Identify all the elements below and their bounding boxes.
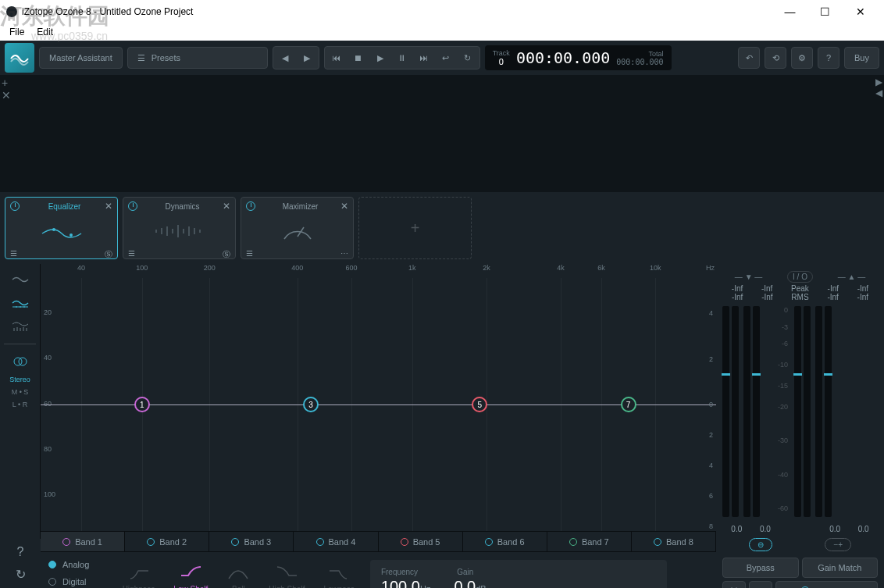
eq-node-1[interactable]: 1	[134, 397, 150, 412]
list-icon[interactable]: ☰	[128, 249, 135, 260]
freq-label: 2k	[483, 264, 490, 272]
add-marker[interactable]: +	[2, 77, 11, 89]
stereo-label: Stereo	[9, 376, 30, 383]
power-icon[interactable]	[246, 201, 255, 211]
menu-edit[interactable]: Edit	[30, 27, 59, 37]
eq-node-5[interactable]: 5	[472, 397, 487, 412]
band-tab-2[interactable]: Band 2	[125, 532, 209, 551]
eq-area: 40 100 200 400 600 1k 2k 4k 6k 10k Hz 20…	[41, 264, 716, 588]
filter-highshelf[interactable]: High Shelf	[269, 563, 305, 588]
db-label: 20	[44, 308, 52, 316]
stop-button[interactable]: ⏹	[348, 48, 369, 67]
close-button[interactable]: ✕	[843, 0, 878, 23]
filter-highpass[interactable]: Highpass	[123, 563, 155, 588]
settings-button[interactable]: ⚙	[791, 47, 813, 69]
input-link-button[interactable]: ⊖	[749, 538, 772, 551]
filter-lowpass[interactable]: Lowpass	[323, 563, 354, 588]
play-button[interactable]: ▶	[370, 48, 390, 67]
frequency-value[interactable]: 100.0	[381, 578, 420, 588]
close-icon[interactable]: ✕	[105, 201, 112, 212]
solo-icon[interactable]: Ⓢ	[223, 249, 230, 260]
dynamics-thumbnail	[123, 215, 235, 248]
solo-icon[interactable]: Ⓢ	[105, 249, 112, 260]
module-equalizer[interactable]: Equalizer ✕ ☰Ⓢ	[5, 197, 118, 259]
output-slider-l[interactable]	[804, 306, 811, 517]
minimize-button[interactable]: —	[772, 0, 807, 23]
maximize-button[interactable]: ☐	[807, 0, 843, 23]
close-icon[interactable]: ✕	[340, 201, 348, 212]
help-button[interactable]: ?	[818, 47, 839, 69]
menu-file[interactable]: File	[3, 27, 30, 37]
freq-axis: 40 100 200 400 600 1k 2k 4k 6k 10k Hz	[41, 264, 716, 278]
eq-view-button[interactable]	[5, 294, 35, 312]
presets-button[interactable]: ☰ Presets	[127, 47, 268, 69]
input-slider-r[interactable]	[743, 306, 750, 517]
ms-label[interactable]: M • S	[12, 388, 29, 396]
io-toggle[interactable]: I / O	[787, 271, 813, 283]
band-tab-8[interactable]: Band 8	[632, 532, 716, 551]
app-icon	[6, 6, 17, 17]
pause-button[interactable]: ⏸	[392, 48, 412, 67]
input-meter-r[interactable]	[753, 306, 760, 517]
gain-match-button[interactable]: Gain Match	[802, 558, 879, 578]
filter-bell[interactable]: Bell	[226, 563, 250, 588]
cycle-button[interactable]: ↻	[458, 48, 478, 67]
output-link-button[interactable]: −+	[825, 538, 851, 551]
band-tab-3[interactable]: Band 3	[209, 532, 294, 551]
band-tab-6[interactable]: Band 6	[463, 532, 547, 551]
input-meter-l[interactable]	[722, 306, 729, 517]
output-slider-r[interactable]	[815, 306, 822, 517]
stereo-mode-button[interactable]	[5, 352, 35, 371]
meters-panel: — ▼ — I / O — ▲ — -Inf-Inf Peak -Inf-Inf…	[716, 264, 884, 588]
output-meter-r[interactable]	[825, 306, 832, 517]
power-icon[interactable]	[10, 201, 20, 211]
filter-lowshelf[interactable]: Low Shelf	[173, 563, 208, 588]
input-collapse-icon[interactable]: — ▼ —	[735, 273, 762, 281]
ozone-logo[interactable]	[5, 43, 34, 73]
prev-button[interactable]: ◀	[275, 48, 295, 67]
analog-radio[interactable]: Analog	[48, 560, 107, 569]
refresh-icon[interactable]: ↻	[16, 567, 26, 582]
nav-left[interactable]: ◀	[875, 87, 882, 98]
next-button[interactable]: ▶	[297, 48, 317, 67]
list-icon[interactable]: ☰	[10, 249, 17, 260]
bars-view-button[interactable]	[5, 317, 35, 336]
input-slider-l[interactable]	[732, 306, 739, 517]
bypass-button[interactable]: Bypass	[722, 558, 799, 578]
lr-label[interactable]: L • R	[12, 401, 27, 408]
module-dynamics[interactable]: Dynamics ✕ ☰Ⓢ	[123, 197, 236, 259]
gain-value[interactable]: 0.0	[454, 578, 476, 588]
band-tab-1[interactable]: Band 1	[41, 532, 125, 551]
band-tab-7[interactable]: Band 7	[547, 532, 632, 551]
add-module-button[interactable]: +	[358, 197, 472, 259]
band-tab-4[interactable]: Band 4	[294, 532, 378, 551]
undo-button[interactable]: ↶	[738, 47, 760, 69]
forward-button[interactable]: ⏭	[414, 48, 434, 67]
eq-graph[interactable]: 20 40 60 80 100 1 3 5 7 4 2 0 2 4 6 8	[41, 278, 716, 531]
master-assistant-button[interactable]: Master Assistant	[39, 47, 123, 69]
history-button[interactable]: ⟲	[765, 47, 786, 69]
band-tab-5[interactable]: Band 5	[379, 532, 463, 551]
nav-right[interactable]: ▶	[875, 77, 882, 87]
close-marker[interactable]: ✕	[2, 89, 11, 102]
swap-button[interactable]: ↔	[749, 581, 772, 588]
total-time: 000:00.000	[616, 58, 663, 66]
reference-button[interactable]: Reference	[775, 581, 878, 588]
loop-button[interactable]: ↩	[436, 48, 456, 67]
module-maximizer[interactable]: Maximizer ✕ ☰⋯	[241, 197, 354, 259]
menu-icon[interactable]: ⋯	[340, 249, 348, 258]
eq-node-7[interactable]: 7	[621, 397, 636, 412]
help-icon[interactable]: ?	[17, 545, 24, 559]
list-icon[interactable]: ☰	[246, 249, 253, 258]
sum-diff-button[interactable]	[722, 581, 746, 588]
svg-point-0	[52, 228, 55, 231]
buy-button[interactable]: Buy	[844, 47, 879, 69]
eq-node-3[interactable]: 3	[303, 397, 319, 412]
close-icon[interactable]: ✕	[223, 201, 230, 212]
power-icon[interactable]	[128, 201, 137, 211]
rewind-button[interactable]: ⏮	[326, 48, 347, 67]
output-meter-l[interactable]	[794, 306, 801, 517]
spectrum-view-button[interactable]	[5, 270, 35, 289]
output-collapse-icon[interactable]: — ▲ —	[838, 273, 865, 281]
digital-radio[interactable]: Digital	[48, 577, 107, 586]
